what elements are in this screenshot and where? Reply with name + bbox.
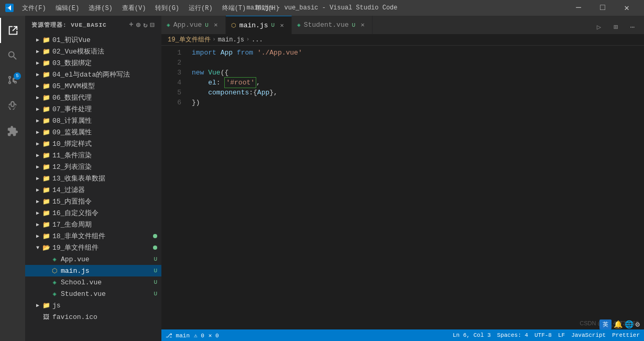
tree-item-14[interactable]: ▶ 📁 14_过滤器 xyxy=(25,184,161,196)
tab-app-vue[interactable]: ◈ App.vue U ✕ xyxy=(161,16,226,34)
arrow-icon: ▶ xyxy=(34,301,42,310)
breadcrumb-symbol[interactable]: ... xyxy=(252,36,263,44)
vue-tab-icon: ◈ xyxy=(297,22,301,28)
tree-item-04[interactable]: ▶ 📁 04_el与data的两种写法 xyxy=(25,69,161,80)
folder-icon: 📁 xyxy=(42,105,50,113)
tree-item-07[interactable]: ▶ 📁 07_事件处理 xyxy=(25,103,161,115)
keyword-from: from xyxy=(237,48,253,58)
maximize-button[interactable]: □ xyxy=(591,0,615,16)
tree-item-15[interactable]: ▶ 📁 15_内置指令 xyxy=(25,196,161,207)
arrow-icon: ▶ xyxy=(34,59,42,67)
main-layout: 5 资源管理器: VUE_BASIC + ⊕ ↻ ⊟ ▶ 📁 01_初 xyxy=(0,16,644,341)
breadcrumb-file[interactable]: main.js xyxy=(218,36,244,44)
status-right: Ln 6, Col 3 Spaces: 4 UTF-8 LF JavaScrip… xyxy=(453,332,640,338)
string-path: './App.vue' xyxy=(257,48,302,58)
vue-file-icon: ◈ xyxy=(50,255,59,263)
tree-item-13[interactable]: ▶ 📁 13_收集表单数据 xyxy=(25,173,161,184)
tab-close-btn[interactable]: ✕ xyxy=(212,21,220,29)
close-button[interactable]: ✕ xyxy=(615,0,639,16)
new-folder-btn[interactable]: ⊕ xyxy=(136,20,141,29)
tree-item-02[interactable]: ▶ 📁 02_Vue模板语法 xyxy=(25,46,161,57)
tree-item-19[interactable]: ▼ 📂 19_单文件组件 xyxy=(25,242,161,253)
activity-debug[interactable] xyxy=(0,93,25,119)
breadcrumb-folder[interactable]: 19_单文件组件 xyxy=(168,35,211,44)
tree-item-favicon[interactable]: ▶ 🖼 favicon.ico xyxy=(25,311,161,323)
tree-item-js-folder[interactable]: ▶ 📁 js xyxy=(25,300,161,311)
folder-icon: 📁 xyxy=(42,301,50,310)
menu-goto[interactable]: 转到(G) xyxy=(151,3,183,14)
modified-dot xyxy=(153,234,157,238)
tree-item-09[interactable]: ▶ 📁 09_监视属性 xyxy=(25,126,161,138)
tree-item-17[interactable]: ▶ 📁 17_生命周期 xyxy=(25,219,161,230)
status-errors[interactable]: ✕ 0 xyxy=(209,332,219,339)
tab-badge: U xyxy=(352,22,356,28)
activity-search[interactable] xyxy=(0,43,25,68)
tree-item-03[interactable]: ▶ 📁 03_数据绑定 xyxy=(25,57,161,69)
minimize-button[interactable]: ─ xyxy=(566,0,591,16)
status-eol[interactable]: LF xyxy=(558,332,565,338)
folder-icon: 📁 xyxy=(42,70,50,79)
keyword-import: import xyxy=(192,48,216,58)
arrow-icon: ▶ xyxy=(34,186,42,194)
new-file-btn[interactable]: + xyxy=(129,20,134,29)
status-language[interactable]: JavaScript xyxy=(571,332,606,338)
tree-item-main-js[interactable]: ▶ ⬡ main.js U xyxy=(25,265,161,276)
split-editor-btn[interactable]: ⊞ xyxy=(608,19,623,34)
status-spaces[interactable]: Spaces: 4 xyxy=(497,332,528,338)
status-branch[interactable]: ⎇ main xyxy=(166,332,190,339)
vue-file-icon: ◈ xyxy=(50,290,59,298)
tree-item-10[interactable]: ▶ 📁 10_绑定样式 xyxy=(25,138,161,150)
more-actions-btn[interactable]: ⋯ xyxy=(625,19,640,34)
arrow-icon: ▶ xyxy=(34,93,42,102)
ime-indicator: 英 xyxy=(599,319,612,329)
menu-bar: 文件(F) 编辑(E) 选择(S) 查看(V) 转到(G) 运行(R) 终端(T… xyxy=(18,3,283,14)
tab-actions: ▷ ⊞ ⋯ xyxy=(587,19,644,34)
tree-item-05[interactable]: ▶ 📁 05_MVVM模型 xyxy=(25,80,161,92)
folder-icon: 📁 xyxy=(42,59,50,67)
tree-item-18[interactable]: ▶ 📁 18_非单文件组件 xyxy=(25,230,161,242)
arrow-icon: ▶ xyxy=(34,70,42,79)
menu-terminal[interactable]: 终端(T) xyxy=(218,3,250,14)
breadcrumb: 19_单文件组件 › main.js › ... xyxy=(161,34,644,46)
menu-view[interactable]: 查看(V) xyxy=(118,3,150,14)
menu-run[interactable]: 运行(R) xyxy=(184,3,217,14)
tree-item-16[interactable]: ▶ 📁 16_自定义指令 xyxy=(25,207,161,219)
code-content[interactable]: import App from './App.vue' new Vue ({ xyxy=(188,46,644,329)
tree-item-01[interactable]: ▶ 📁 01_初识Vue xyxy=(25,34,161,46)
tree-item-08[interactable]: ▶ 📁 08_计算属性 xyxy=(25,115,161,126)
tab-bar: ◈ App.vue U ✕ ⬡ main.js U ✕ ◈ Student.vu… xyxy=(161,16,644,34)
status-encoding[interactable]: UTF-8 xyxy=(534,332,552,338)
arrow-icon: ▶ xyxy=(34,140,42,148)
menu-edit[interactable]: 编辑(E) xyxy=(51,3,84,14)
status-warnings[interactable]: ⚠ 0 xyxy=(194,332,204,339)
modified-dot xyxy=(153,246,157,250)
js-tab-icon: ⬡ xyxy=(231,22,236,29)
status-formatter[interactable]: Prettier xyxy=(612,332,640,338)
tree-item-12[interactable]: ▶ 📁 12_列表渲染 xyxy=(25,161,161,173)
folder-icon: 📁 xyxy=(42,174,50,183)
arrow-icon: ▶ xyxy=(34,105,42,113)
refresh-btn[interactable]: ↻ xyxy=(143,20,148,29)
tree-item-06[interactable]: ▶ 📁 06_数据代理 xyxy=(25,92,161,103)
run-file-btn[interactable]: ▷ xyxy=(592,19,606,34)
arrow-icon: ▶ xyxy=(34,174,42,183)
tree-item-school-vue[interactable]: ▶ ◈ School.vue U xyxy=(25,276,161,288)
menu-select[interactable]: 选择(S) xyxy=(84,3,117,14)
tree-item-11[interactable]: ▶ 📁 11_条件渲染 xyxy=(25,150,161,161)
ico-file-icon: 🖼 xyxy=(42,313,50,321)
identifier-app2: App xyxy=(257,88,269,98)
tree-item-student-vue[interactable]: ▶ ◈ Student.vue U xyxy=(25,288,161,300)
tree-item-app-vue[interactable]: ▶ ◈ App.vue U xyxy=(25,253,161,265)
tab-close-btn[interactable]: ✕ xyxy=(358,21,367,29)
status-cursor[interactable]: Ln 6, Col 3 xyxy=(453,332,491,338)
tab-close-btn[interactable]: ✕ xyxy=(278,21,286,29)
window-title: main.js - vue_basic - Visual Studio Code xyxy=(246,4,397,12)
activity-explorer[interactable] xyxy=(0,18,25,43)
collapse-btn[interactable]: ⊟ xyxy=(150,20,155,29)
activity-source-control[interactable]: 5 xyxy=(0,68,25,93)
menu-file[interactable]: 文件(F) xyxy=(18,3,50,14)
activity-extensions[interactable] xyxy=(0,119,25,144)
tab-student-vue[interactable]: ◈ Student.vue U ✕ xyxy=(292,16,373,34)
tab-main-js[interactable]: ⬡ main.js U ✕ xyxy=(226,16,292,34)
breadcrumb-sep: › xyxy=(246,37,249,42)
